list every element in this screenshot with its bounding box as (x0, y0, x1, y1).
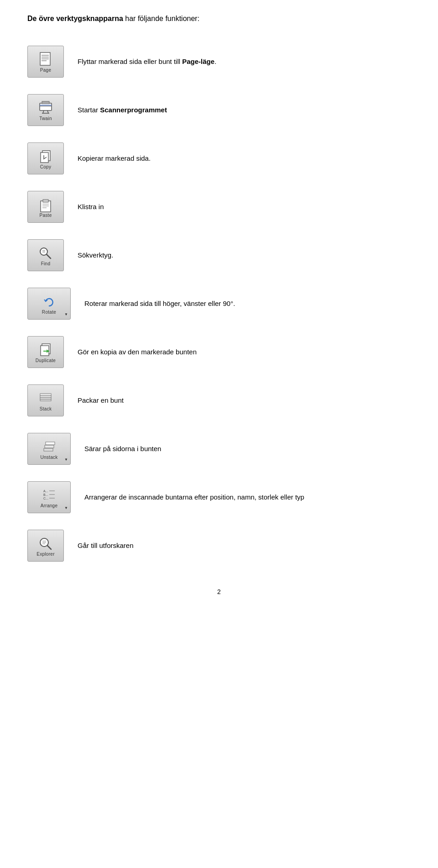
stack-icon (37, 390, 54, 406)
page-button-label: Page (40, 68, 52, 73)
paste-button[interactable]: Paste (27, 191, 64, 223)
arrange-dropdown-arrow: ▼ (64, 505, 68, 510)
rotate-desc: Roterar markerad sida till höger, vänste… (84, 299, 235, 309)
svg-text:B...: B... (43, 493, 48, 496)
find-button-label: Find (41, 261, 51, 266)
svg-line-8 (43, 110, 44, 113)
svg-rect-5 (40, 103, 52, 110)
stack-desc: Packar en bunt (78, 395, 124, 406)
svg-line-46 (47, 546, 51, 549)
rotate-dropdown-arrow: ▼ (64, 312, 68, 316)
page-desc: Flyttar markerad sida eller bunt till Pa… (78, 57, 216, 67)
toolbar-item-copy: Copy Kopierar markerad sida. (27, 134, 411, 183)
find-button[interactable]: Find (27, 239, 64, 271)
copy-button[interactable]: Copy (27, 142, 64, 174)
unstack-dropdown-arrow: ▼ (64, 457, 68, 462)
svg-line-20 (47, 254, 51, 258)
svg-rect-29 (40, 394, 51, 395)
toolbar-item-twain: Twain Startar Scannerprogrammet (27, 86, 411, 134)
svg-rect-14 (41, 201, 51, 212)
unstack-icon (41, 438, 57, 455)
duplicate-button[interactable]: Duplicate (27, 336, 64, 368)
svg-rect-28 (40, 395, 51, 397)
arrange-button-label: Arrange (41, 503, 58, 508)
svg-rect-13 (41, 153, 48, 163)
arrange-desc: Arrangerar de inscannade buntarna efter … (84, 492, 304, 503)
toolbar-item-unstack: Unstack ▼ Särar på sidorna i bunten (27, 425, 411, 473)
page-heading: De övre verktygsknapparna har följande f… (27, 14, 411, 24)
svg-text:C...: C... (43, 497, 48, 500)
find-desc: Sökverktyg. (78, 250, 113, 261)
explorer-button[interactable]: Explorer (27, 530, 64, 562)
twain-button[interactable]: Twain (27, 94, 64, 126)
copy-icon (37, 148, 54, 164)
toolbar-item-arrange: A... B... C... Arrange ▼ Arrangerar de i… (27, 473, 411, 521)
toolbar-items-list: Page Flyttar markerad sida eller bunt ti… (27, 37, 411, 570)
svg-text:A...: A... (43, 489, 48, 493)
svg-rect-15 (43, 200, 48, 202)
twain-desc: Startar Scannerprogrammet (78, 105, 167, 116)
twain-button-label: Twain (39, 116, 52, 121)
svg-line-9 (47, 110, 48, 113)
page-button[interactable]: Page (27, 46, 64, 78)
paste-button-label: Paste (39, 213, 52, 218)
svg-rect-11 (40, 105, 52, 106)
heading-normal: har följande funktioner: (123, 15, 199, 22)
svg-rect-26 (40, 399, 51, 401)
arrange-icon: A... B... C... (41, 487, 57, 503)
toolbar-item-rotate: Rotate ▼ Roterar markerad sida till höge… (27, 279, 411, 328)
paste-desc: Klistra in (78, 202, 104, 212)
duplicate-icon (37, 342, 54, 358)
rotate-button-label: Rotate (42, 310, 56, 315)
toolbar-item-explorer: Explorer Går till utforskaren (27, 521, 411, 570)
unstack-button[interactable]: Unstack ▼ (27, 433, 71, 465)
toolbar-item-find: Find Sökverktyg. (27, 231, 411, 279)
rotate-button[interactable]: Rotate ▼ (27, 288, 71, 320)
toolbar-item-duplicate: Duplicate Gör en kopia av den markerade … (27, 328, 411, 376)
heading-bold: De övre verktygsknapparna (27, 15, 123, 22)
unstack-desc: Särar på sidorna i bunten (84, 444, 161, 454)
page-icon (37, 51, 54, 68)
stack-button-label: Stack (40, 406, 52, 411)
svg-rect-33 (44, 448, 53, 451)
toolbar-item-page: Page Flyttar markerad sida eller bunt ti… (27, 37, 411, 86)
copy-button-label: Copy (40, 164, 52, 169)
toolbar-item-paste: Paste Klistra in (27, 183, 411, 231)
copy-desc: Kopierar markerad sida. (78, 153, 151, 164)
toolbar-item-stack: Stack Packar en bunt (27, 376, 411, 425)
duplicate-desc: Gör en kopia av den markerade bunten (78, 347, 197, 358)
svg-rect-34 (45, 445, 54, 448)
explorer-button-label: Explorer (36, 552, 55, 557)
unstack-button-label: Unstack (40, 455, 57, 460)
twain-icon (37, 100, 54, 116)
arrange-button[interactable]: A... B... C... Arrange ▼ (27, 481, 71, 513)
rotate-icon (41, 293, 57, 310)
svg-rect-7 (42, 101, 49, 104)
svg-rect-35 (46, 442, 55, 445)
find-icon (37, 245, 54, 261)
page-number: 2 (27, 588, 411, 595)
paste-icon (37, 196, 54, 213)
explorer-desc: Går till utforskaren (78, 541, 134, 551)
svg-rect-27 (40, 397, 51, 399)
explorer-icon (37, 535, 54, 552)
stack-button[interactable]: Stack (27, 384, 64, 416)
duplicate-button-label: Duplicate (36, 358, 56, 363)
